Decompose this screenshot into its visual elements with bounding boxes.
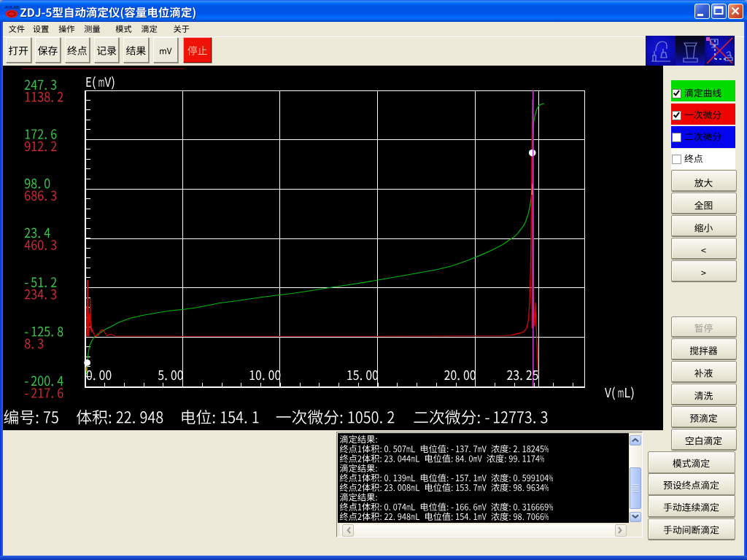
svg-text:AULAB: AULAB	[5, 5, 19, 9]
